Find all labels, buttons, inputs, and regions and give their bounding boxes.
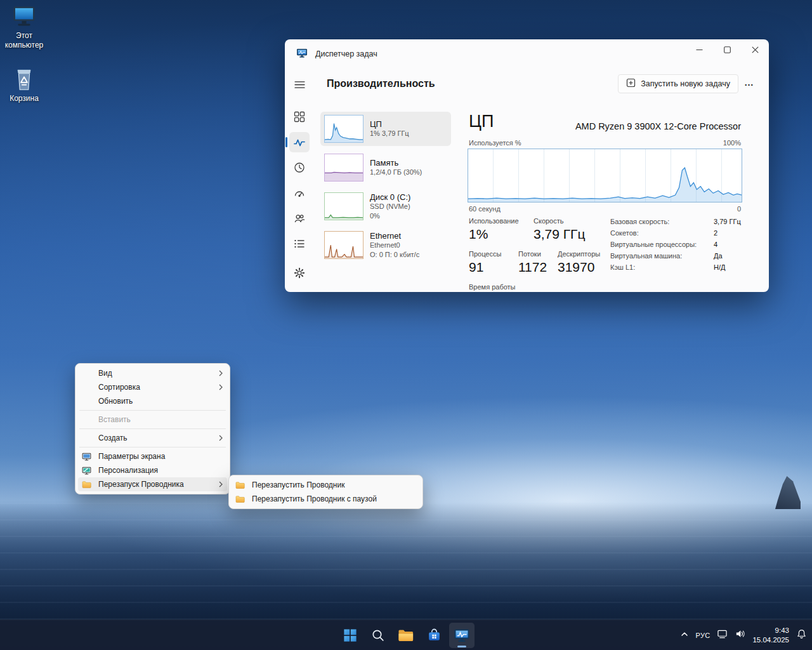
nav-details[interactable]	[289, 234, 310, 254]
menu-hamburger-button[interactable]	[294, 80, 305, 91]
desktop-context-menu: Вид Сортировка Обновить Вставить Создать	[75, 363, 230, 494]
close-button[interactable]	[741, 39, 769, 60]
microsoft-store-icon	[427, 628, 442, 642]
spec-value: 2	[714, 229, 717, 237]
menu-item-refresh[interactable]: Обновить	[78, 394, 227, 408]
menu-item-restart-explorer[interactable]: Перезапуск Проводника	[78, 477, 227, 491]
volume-icon[interactable]	[735, 628, 745, 642]
this-pc-icon	[0, 4, 48, 29]
menu-item-label: Создать	[98, 434, 128, 442]
menu-item-personalization[interactable]: Персонализация	[78, 463, 227, 477]
card-ethernet[interactable]: Ethernet Ethernet0 О: 0 П: 0 кбит/с	[320, 228, 451, 262]
menu-item-paste[interactable]: Вставить	[78, 413, 227, 427]
windows-logo-icon	[343, 628, 358, 643]
stat-label: Время работы	[469, 283, 516, 291]
menu-item-label: Перезапуск Проводника	[98, 480, 184, 489]
spec-value: 3,79 ГГц	[714, 217, 741, 226]
menu-item-sort[interactable]: Сортировка	[78, 380, 227, 394]
tray-chevron-up-icon[interactable]	[680, 630, 689, 641]
menu-item-view[interactable]: Вид	[78, 366, 227, 380]
cpu-heading: ЦП	[469, 112, 494, 131]
cpu-spec-list: Базовая скорость: 3,79 ГГц Сокетов: 2 Ви…	[610, 217, 742, 274]
spec-row: Сокетов: 2	[610, 229, 742, 240]
graph-x-axis-row: 60 секунд 0	[469, 205, 741, 213]
menu-item-label: Персонализация	[98, 466, 158, 475]
task-manager-taskbar-button[interactable]	[449, 623, 475, 648]
nav-performance[interactable]	[289, 132, 310, 152]
tray-time: 9:43	[752, 626, 789, 635]
search-icon	[371, 628, 385, 642]
menu-item-label: Перезапустить Проводник с паузой	[252, 494, 377, 503]
nav-app-history[interactable]	[289, 157, 310, 178]
settings-gear-icon[interactable]	[289, 263, 310, 283]
stat-uptime: Время работы	[469, 283, 516, 291]
stat-value: 91	[469, 260, 501, 275]
menu-item-label: Сортировка	[98, 383, 140, 392]
cpu-usage-graph[interactable]	[468, 149, 742, 202]
stat-value: 3,79 ГГц	[534, 227, 585, 242]
taskbar: РУС 9:43 15.04.2025	[0, 620, 812, 650]
card-detail: SSD (NVMe)	[370, 202, 410, 211]
spec-label: Базовая скорость:	[610, 218, 669, 225]
graph-x-left: 60 секунд	[469, 205, 501, 213]
stat-label: Дескрипторы	[558, 250, 600, 258]
graph-x-right: 0	[737, 205, 741, 213]
chevron-right-icon	[218, 434, 223, 442]
stat-label: Процессы	[469, 250, 501, 258]
graph-y-max: 100%	[723, 139, 741, 147]
personalization-icon	[82, 466, 98, 475]
nav-startup-apps[interactable]	[289, 183, 310, 203]
stat-label: Использование	[469, 217, 519, 225]
spec-value: Н/Д	[714, 263, 725, 272]
stat-label: Скорость	[534, 217, 585, 225]
submenu-item-restart-explorer[interactable]: Перезапустить Проводник	[232, 478, 420, 492]
folder-icon	[235, 481, 252, 489]
clock[interactable]: 9:43 15.04.2025	[752, 626, 789, 645]
submenu-item-restart-explorer-pause[interactable]: Перезапустить Проводник с паузой	[232, 492, 420, 506]
stat-value: 31970	[558, 260, 600, 275]
spec-label: Кэш L1:	[610, 263, 635, 271]
desktop-icon-label: Корзина	[0, 94, 48, 103]
memory-mini-graph	[324, 154, 363, 182]
network-icon[interactable]	[717, 629, 728, 641]
card-disk[interactable]: Диск 0 (C:) SSD (NVMe) 0%	[320, 189, 451, 223]
start-button[interactable]	[337, 623, 363, 648]
nav-processes[interactable]	[289, 107, 310, 127]
task-manager-window: Диспетчер задач	[285, 39, 769, 292]
card-detail: Ethernet0	[370, 241, 419, 250]
folder-icon	[235, 495, 252, 503]
desktop-icon-recycle-bin[interactable]: Корзина	[0, 65, 48, 103]
card-cpu[interactable]: ЦП 1% 3,79 ГГц	[320, 112, 451, 146]
display-settings-icon	[82, 452, 98, 461]
menu-separator	[79, 410, 226, 411]
wallpaper-sea	[0, 503, 812, 620]
desktop-icon-this-pc[interactable]: Этот компьютер	[0, 4, 48, 50]
stat-processes: Процессы 91	[469, 250, 501, 275]
notifications-bell-icon[interactable]	[796, 628, 807, 642]
folder-icon	[82, 481, 98, 489]
graph-y-label: Используется %	[469, 139, 521, 147]
card-detail: 1% 3,79 ГГц	[370, 129, 409, 138]
search-button[interactable]	[365, 623, 391, 648]
performance-card-list: ЦП 1% 3,79 ГГц Память 1,2/4,0 ГБ (30%)	[320, 112, 451, 267]
navigation-rail	[285, 69, 314, 292]
tray-date: 15.04.2025	[752, 635, 789, 645]
menu-item-display-settings[interactable]: Параметры экрана	[78, 449, 227, 463]
stat-value: 1%	[469, 227, 519, 242]
chevron-right-icon	[218, 383, 223, 391]
card-memory[interactable]: Память 1,2/4,0 ГБ (30%)	[320, 150, 451, 185]
graph-label-row: Используется % 100%	[469, 139, 741, 147]
task-manager-icon	[454, 628, 470, 643]
file-explorer-button[interactable]	[393, 623, 419, 648]
microsoft-store-button[interactable]	[421, 623, 447, 648]
chevron-right-icon	[218, 481, 223, 488]
disk-mini-graph	[324, 192, 363, 220]
chevron-right-icon	[218, 369, 223, 377]
language-indicator[interactable]: РУС	[696, 632, 710, 639]
menu-item-new[interactable]: Создать	[78, 431, 227, 445]
stat-speed: Скорость 3,79 ГГц	[534, 217, 585, 242]
menu-item-label: Перезапустить Проводник	[252, 481, 344, 489]
spec-value: 4	[714, 240, 717, 249]
cpu-detail-pane: ЦП AMD Ryzen 9 3900X 12-Core Processor И…	[468, 39, 742, 292]
nav-users[interactable]	[289, 208, 310, 229]
